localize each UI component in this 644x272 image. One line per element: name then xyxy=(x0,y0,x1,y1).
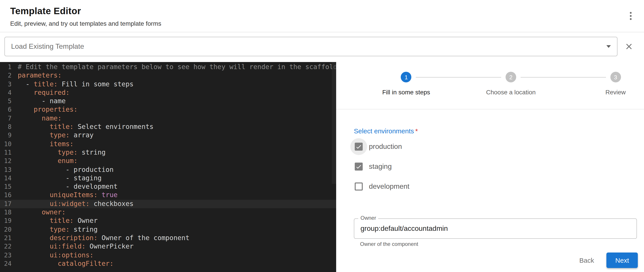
step-2-label: Choose a location xyxy=(486,89,536,96)
line-number: 18 xyxy=(0,208,18,217)
page-title: Template Editor xyxy=(10,6,634,16)
step-choose-a-location: 2 Choose a location xyxy=(458,72,563,96)
line-number: 16 xyxy=(0,191,18,200)
load-existing-template-placeholder: Load Existing Template xyxy=(11,43,603,51)
line-number: 11 xyxy=(0,149,18,157)
code-line: 23 ui:options: xyxy=(0,251,336,259)
close-icon[interactable] xyxy=(624,42,634,51)
code-line: 13 - production xyxy=(0,166,336,174)
code-line: 3 - title: Fill in some steps xyxy=(0,80,336,89)
load-existing-template-select[interactable]: Load Existing Template xyxy=(4,37,618,56)
staging-checkbox-label: staging xyxy=(369,162,392,170)
code-line: 18 owner: xyxy=(0,208,336,217)
step-fill-in-some-steps: 1 Fill in some steps xyxy=(354,72,458,96)
checkbox-row-staging[interactable]: staging xyxy=(354,156,637,176)
line-number: 20 xyxy=(0,225,18,234)
line-number: 22 xyxy=(0,242,18,251)
staging-checkbox[interactable] xyxy=(355,162,363,170)
line-number: 23 xyxy=(0,251,18,259)
step-3-label: Review xyxy=(605,89,626,96)
line-number: 2 xyxy=(0,72,18,80)
step-review: 3 Review xyxy=(563,72,644,96)
line-number: 15 xyxy=(0,183,18,191)
preview-pane: 1 Fill in some steps 2 Choose a location… xyxy=(336,62,644,272)
code-line: 15 - development xyxy=(0,183,336,191)
owner-field-label: Owner xyxy=(358,215,378,221)
code-line: 21 description: Owner of the component xyxy=(0,234,336,242)
development-checkbox[interactable] xyxy=(355,182,363,190)
step-connector xyxy=(520,77,606,78)
development-checkbox-label: development xyxy=(369,182,409,190)
wizard-footer: Back Next xyxy=(573,252,638,268)
owner-input-value: group:default/accountadmin xyxy=(360,225,448,233)
owner-input[interactable]: group:default/accountadmin xyxy=(354,218,637,239)
step-2-icon: 2 xyxy=(506,72,516,82)
code-line: 7 name: xyxy=(0,114,336,123)
line-number: 19 xyxy=(0,217,18,225)
production-checkbox[interactable] xyxy=(355,143,363,150)
owner-field-block: Owner group:default/accountadmin Owner o… xyxy=(354,218,637,247)
owner-helper-text: Owner of the component xyxy=(360,241,631,247)
checkbox-ripple xyxy=(350,158,367,175)
code-line: 2parameters: xyxy=(0,72,336,80)
code-line: 24 catalogFilter: xyxy=(0,259,336,268)
line-number: 6 xyxy=(0,106,18,114)
select-environments-text: Select environments xyxy=(354,127,414,135)
code-line: 5 - name xyxy=(0,97,336,106)
page-subtitle: Edit, preview, and try out templates and… xyxy=(10,20,634,27)
code-line: 6 properties: xyxy=(0,106,336,114)
code-line: 4 required: xyxy=(0,89,336,97)
step-1-label: Fill in some steps xyxy=(382,89,430,96)
main-split: 1# Edit the template parameters below to… xyxy=(0,62,644,272)
select-environments-label: Select environments* xyxy=(354,127,637,135)
code-line: 22 ui:field: OwnerPicker xyxy=(0,242,336,251)
back-button[interactable]: Back xyxy=(573,253,600,267)
more-options-icon[interactable] xyxy=(626,11,635,21)
stepper: 1 Fill in some steps 2 Choose a location… xyxy=(354,62,644,109)
code-line: 10 items: xyxy=(0,140,336,149)
checkbox-row-development[interactable]: development xyxy=(354,176,637,196)
code-editor[interactable]: 1# Edit the template parameters below to… xyxy=(0,62,336,272)
line-number: 7 xyxy=(0,114,18,123)
checkbox-row-production[interactable]: production xyxy=(354,137,637,156)
header: Template Editor Edit, preview, and try o… xyxy=(0,0,644,32)
checkbox-ripple xyxy=(350,138,367,155)
line-number: 12 xyxy=(0,157,18,166)
line-number: 21 xyxy=(0,234,18,242)
next-button[interactable]: Next xyxy=(606,252,638,268)
template-editor-app: Template Editor Edit, preview, and try o… xyxy=(0,0,644,272)
code-line: 12 enum: xyxy=(0,157,336,166)
code-line: 11 type: string xyxy=(0,149,336,157)
line-number: 13 xyxy=(0,166,18,174)
step-3-icon: 3 xyxy=(610,72,621,82)
load-template-row: Load Existing Template xyxy=(0,32,644,62)
code-line: 17 ui:widget: checkboxes xyxy=(0,200,336,208)
code-line: 19 title: Owner xyxy=(0,217,336,225)
code-lines: 1# Edit the template parameters below to… xyxy=(0,63,336,268)
form-area: Select environments* production xyxy=(336,109,644,247)
line-number: 8 xyxy=(0,123,18,131)
production-checkbox-label: production xyxy=(369,143,402,150)
step-connector xyxy=(416,77,501,78)
line-number: 5 xyxy=(0,97,18,106)
line-number: 4 xyxy=(0,89,18,97)
code-line: 14 - staging xyxy=(0,174,336,183)
checkbox-ripple xyxy=(350,178,367,195)
code-line: 1# Edit the template parameters below to… xyxy=(0,63,336,72)
editor-scrollbar[interactable] xyxy=(332,62,336,184)
line-number: 3 xyxy=(0,80,18,89)
line-number: 14 xyxy=(0,174,18,183)
code-line: 8 title: Select environments xyxy=(0,123,336,131)
code-line: 16 uniqueItems: true xyxy=(0,191,336,200)
line-number: 9 xyxy=(0,131,18,140)
chevron-down-icon xyxy=(606,45,611,48)
line-number: 17 xyxy=(0,200,18,208)
line-number: 1 xyxy=(0,63,18,72)
required-asterisk: * xyxy=(415,127,418,135)
environment-checkbox-group: production staging xyxy=(354,137,637,196)
step-1-icon: 1 xyxy=(401,72,412,82)
line-number: 10 xyxy=(0,140,18,149)
code-line: 20 type: string xyxy=(0,225,336,234)
line-number: 24 xyxy=(0,259,18,268)
code-line: 9 type: array xyxy=(0,131,336,140)
